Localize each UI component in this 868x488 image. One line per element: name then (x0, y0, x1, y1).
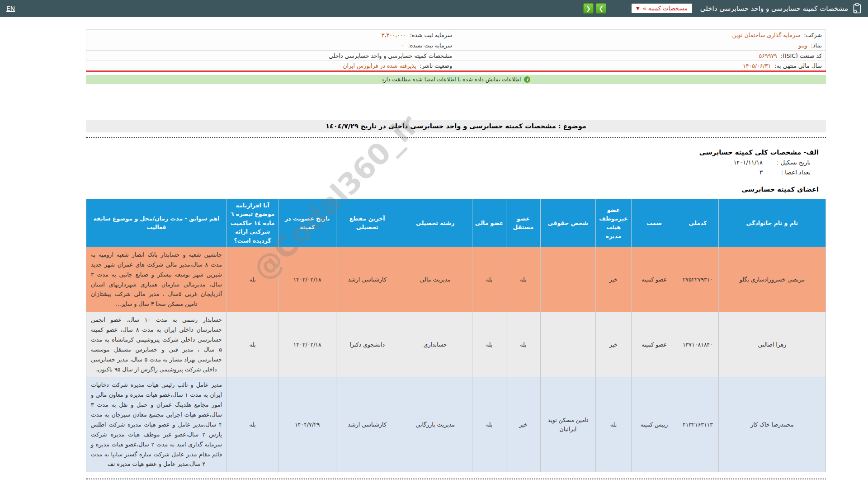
header-declaration: آیا اقرارنامه موضوع تبصره ٦ ماده ١٤ حاکم… (226, 199, 278, 247)
header-membership-date: تاریخ عضویت در کمیته (278, 199, 336, 247)
members-table-title: اعضای کمیته حسابرسی (86, 186, 826, 193)
prev-report-button[interactable]: ❮ (583, 3, 594, 14)
info-row: شرکت: سرمایه گذاری ساختمان نوین سرمایه ث… (86, 30, 826, 40)
member-declaration: بله (226, 377, 278, 472)
member-national-id: ۱۳۷۱۰۸۱۸۴۰ (677, 312, 719, 377)
member-row: زهرا اصالتی ۱۳۷۱۰۸۱۸۴۰ عضو کمیته خیر بله… (86, 312, 826, 377)
report-nav-buttons: ❯ ❮ (583, 3, 606, 14)
member-financial: بله (472, 247, 506, 312)
report-name-text: مشخصات کمیته حسابرسی و واحد حسابرسی داخل… (329, 52, 452, 59)
member-independent: خیر (506, 377, 540, 472)
formation-date-label: تاریخ تشکیل : (765, 159, 811, 166)
registered-capital-value: ۳,۳۰۰,۰۰۰ (382, 32, 406, 38)
member-legal-entity (540, 312, 596, 377)
members-count-row: تعداد اعضا : ۳ (86, 169, 826, 176)
header-financial: عضو مالی (472, 199, 506, 247)
member-legal-entity: تامین مسکن نوید ایرانیان (540, 377, 596, 472)
member-position: رییس کمیته (631, 377, 677, 472)
member-last-degree: کارشناسی ارشد (336, 247, 398, 312)
member-study-field: مدیریت مالی (398, 247, 472, 312)
members-table-header-row: نام و نام خانوادگی کدملی سمت عضو غیرموظف… (86, 199, 826, 247)
member-last-degree: کارشناسی ارشد (336, 377, 398, 472)
header-legal-entity: شخص حقوقی (540, 199, 596, 247)
member-study-field: حسابداری (398, 312, 472, 377)
member-membership-date: ۱۴۰۳/۰۲/۱۸ (278, 247, 336, 312)
issuer-status-label: وضعیت ناشر: (420, 62, 452, 69)
registered-capital-label: سرمایه ثبت شده: (410, 32, 452, 38)
member-legal-entity (540, 247, 596, 312)
member-independent: بله (506, 247, 540, 312)
report-type-dropdown[interactable]: مشخصات کمیته » ▼ (632, 4, 692, 13)
header-full-name: نام و نام خانوادگی (718, 199, 826, 247)
member-financial: بله (472, 377, 506, 472)
member-name: مرتضی خسروزادساری بگلو (718, 247, 826, 312)
signature-match-notice: i اطلاعات نمایش داده شده با اطلاعات امضا… (86, 75, 826, 84)
member-background: مدیر عامل و نائب رئیس هیات مدیره شرکت دخ… (86, 377, 227, 472)
isic-value: ۵۶۹۹۷۹ (759, 52, 777, 59)
info-row: کد صنعت (ISIC): ۵۶۹۹۷۹ مشخصات کمیته حساب… (86, 51, 826, 61)
committee-formation-date-row: تاریخ تشکیل : ۱۴۰۱/۱۱/۱۸ (86, 159, 826, 166)
company-name-link[interactable]: سرمایه گذاری ساختمان نوین (732, 32, 800, 38)
info-row: سال مالی منتهی به: ۱۴۰۵/۰۶/۳۱ وضعیت ناشر… (86, 61, 826, 71)
member-financial: بله (472, 312, 506, 377)
member-non-executive: بله (596, 377, 632, 472)
member-row: محمدرضا خاک کار ۴۱۳۲۱۶۳۱۱۳ رییس کمیته بل… (86, 377, 826, 472)
signature-match-text: اطلاعات نمایش داده شده با اطلاعات امضا ش… (382, 76, 521, 83)
member-national-id: ۲۷۵۲۲۷۹۳۱۰ (677, 247, 719, 312)
clipboard-report-icon[interactable] (853, 3, 862, 14)
dotted-divider (86, 479, 826, 479)
registered-capital-cell: سرمایه ثبت شده: ۳,۳۰۰,۰۰۰ (86, 30, 456, 40)
topbar: مشخصات کمیته حسابرسی و واحد حسابرسی داخل… (0, 0, 868, 17)
unregistered-capital-cell: سرمایه ثبت نشده: ۰ (86, 40, 456, 51)
member-position: عضو کمیته (631, 312, 677, 377)
page-title: مشخصات کمیته حسابرسی و واحد حسابرسی داخل… (700, 5, 848, 13)
member-non-executive: خیر (596, 312, 632, 377)
member-background: حسابدار رسمی به مدت ۱۰ سال، عضو انجمن حس… (86, 312, 227, 377)
symbol-label: نماد: (811, 42, 822, 49)
report-type-dropdown-label: مشخصات کمیته » (643, 5, 688, 12)
header-national-id: کدملی (677, 199, 719, 247)
member-name: زهرا اصالتی (718, 312, 826, 377)
unregistered-capital-value: ۰ (401, 42, 405, 49)
company-cell: شرکت: سرمایه گذاری ساختمان نوین (456, 30, 826, 40)
member-declaration: بله (226, 247, 278, 312)
report-name-cell: مشخصات کمیته حسابرسی و واحد حسابرسی داخل… (86, 51, 456, 61)
symbol-cell: نماد: وثنو (456, 40, 826, 51)
member-last-degree: دانشجوی دکترا (336, 312, 398, 377)
codal-disclosure-page: { "topbar": { "title": "مشخصات کمیته حسا… (0, 0, 868, 488)
member-study-field: مدیریت بازرگانی (398, 377, 472, 472)
member-national-id: ۴۱۳۲۱۶۳۱۱۳ (677, 377, 719, 472)
next-report-button[interactable]: ❯ (596, 3, 606, 14)
member-name: محمدرضا خاک کار (718, 377, 826, 472)
committee-members-table: نام و نام خانوادگی کدملی سمت عضو غیرموظف… (86, 199, 826, 472)
subject-bar: موضوع : مشخصات کمیته حسابرسی و واحد حساب… (86, 120, 826, 132)
member-independent: بله (506, 312, 540, 377)
info-row: نماد: وثنو سرمایه ثبت نشده: ۰ (86, 40, 826, 51)
fiscal-year-label: سال مالی منتهی به: (774, 62, 822, 69)
section-a-title: الف- مشخصات کلی کمیته حسابرسی (86, 149, 826, 156)
language-switch-link[interactable]: EN (6, 5, 15, 12)
symbol-link[interactable]: وثنو (798, 42, 807, 49)
member-non-executive: خیر (596, 247, 632, 312)
header-non-executive-board: عضو غیرموظف هیئت مدیره (596, 199, 632, 247)
company-info-table: شرکت: سرمایه گذاری ساختمان نوین سرمایه ث… (86, 29, 826, 72)
company-label: شرکت: (804, 32, 822, 38)
member-position: عضو کمیته (631, 247, 677, 312)
header-study-field: رشته تحصیلی (398, 199, 472, 247)
header-position: سمت (631, 199, 677, 247)
member-membership-date: ۱۴۰۴/۷/۲۹ (278, 377, 336, 472)
formation-date-value: ۱۴۰۱/۱۱/۱۸ (733, 159, 763, 166)
member-declaration: بله (226, 312, 278, 377)
unregistered-capital-label: سرمایه ثبت نشده: (408, 42, 452, 49)
fiscal-year-value: ۱۴۰۵/۰۶/۳۱ (743, 62, 771, 69)
header-last-degree: آخرین مقطع تحصیلی (336, 199, 398, 247)
members-count-label: تعداد اعضا : (765, 169, 811, 176)
info-icon: i (524, 76, 530, 83)
member-membership-date: ۱۴۰۳/۰۲/۱۸ (278, 312, 336, 377)
fiscal-year-cell: سال مالی منتهی به: ۱۴۰۵/۰۶/۳۱ (456, 61, 826, 71)
header-background: اهم سوابق - مدت زمان/محل و موضوع سابقه ف… (86, 199, 227, 247)
members-count-value: ۳ (760, 169, 763, 176)
chevron-down-icon: ▼ (636, 6, 640, 11)
issuer-status-cell: وضعیت ناشر: پذیرفته شده در فرابورس ایران (86, 61, 456, 71)
header-independent: عضو مستقل (506, 199, 540, 247)
